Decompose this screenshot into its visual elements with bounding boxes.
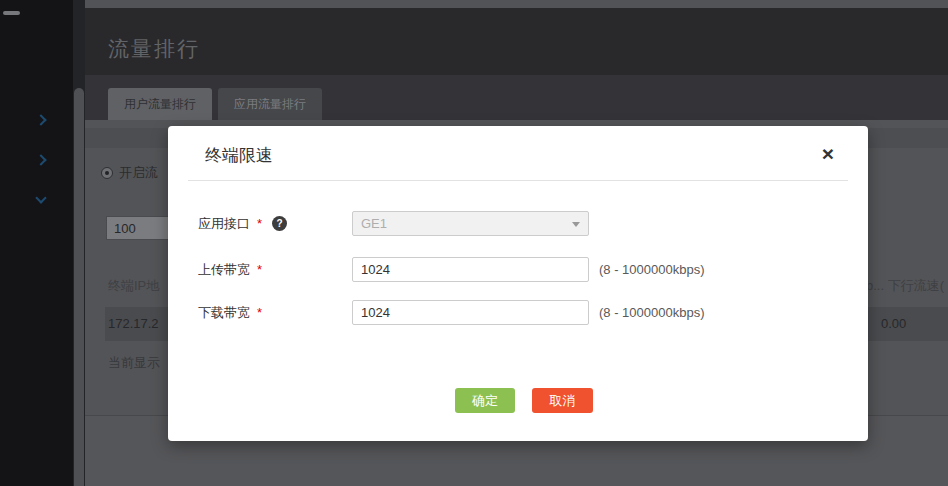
interface-select[interactable]: GE1 [352,211,589,236]
field-row-download: 下载带宽* (8 - 1000000kbps) [168,300,868,325]
close-icon[interactable]: × [812,138,844,170]
field-label: 上传带宽* [198,257,262,282]
download-input-wrap [352,300,589,325]
upload-range-hint: (8 - 1000000kbps) [599,257,705,282]
dialog-divider [188,180,848,181]
interface-select-wrap: GE1 [352,211,589,236]
download-bandwidth-input[interactable] [352,300,589,325]
upload-bandwidth-input[interactable] [352,257,589,282]
dialog-title: 终端限速 [205,144,273,167]
upload-label: 上传带宽 [198,262,250,277]
chevron-down-icon [572,222,580,227]
required-asterisk: * [257,216,262,231]
interface-label: 应用接口 [198,216,250,231]
field-row-upload: 上传带宽* (8 - 1000000kbps) [168,257,868,282]
select-value: GE1 [361,216,387,231]
help-icon[interactable]: ? [272,216,287,231]
download-range-hint: (8 - 1000000kbps) [599,300,705,325]
field-label: 下载带宽* [198,300,262,325]
required-asterisk: * [257,262,262,277]
field-label: 应用接口*? [198,211,287,236]
field-row-interface: 应用接口*? GE1 [168,211,868,236]
cancel-button[interactable]: 取消 [532,388,593,413]
app-root: 流量排行 用户流量排行 应用流量排行 开启流 终端IP地 b... 下行流速( … [0,0,948,486]
upload-input-wrap [352,257,589,282]
download-label: 下载带宽 [198,305,250,320]
ok-button[interactable]: 确定 [455,388,515,413]
required-asterisk: * [257,305,262,320]
rate-limit-dialog: 终端限速 × 应用接口*? GE1 上传带宽* (8 - 1000000kbps… [168,126,868,441]
